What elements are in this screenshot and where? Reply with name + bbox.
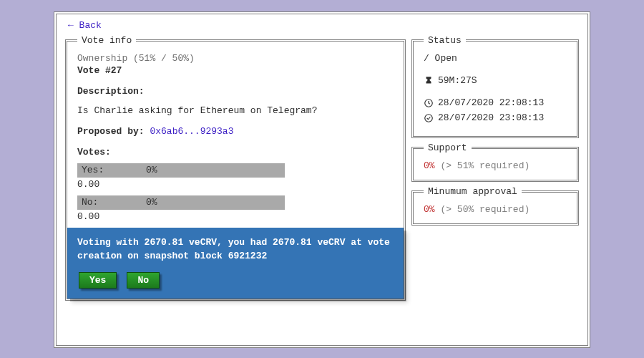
support-req: (> 51% required) [440, 160, 530, 171]
proposed-by-address[interactable]: 0x6ab6...9293a3 [150, 126, 233, 137]
status-start-row: 28/07/2020 22:08:13 [424, 97, 567, 108]
support-legend: Support [424, 142, 472, 153]
vote-yes-button[interactable]: Yes [79, 272, 117, 289]
hourglass-icon [424, 76, 434, 86]
min-approval-panel: Minumum approval 0% (> 50% required) [411, 186, 579, 226]
ownership-text: Ownership (51% / 50%) [77, 53, 394, 64]
min-approval-pct: 0% [424, 204, 435, 215]
svg-point-1 [425, 114, 433, 122]
clock-icon [424, 98, 434, 108]
status-legend: Status [424, 35, 466, 46]
status-state-row: Open [424, 53, 567, 64]
min-approval-req: (> 50% required) [440, 204, 530, 215]
support-panel: Support 0% (> 51% required) [411, 142, 579, 182]
status-panel: Status Open 59M:27S 28/07/2020 22:08: [411, 35, 579, 138]
voting-power-message: Voting with 2670.81 veCRV, you had 2670.… [77, 236, 394, 263]
status-state: Open [424, 53, 457, 64]
vote-info-legend: Vote info [77, 35, 136, 46]
status-end-time: 28/07/2020 23:08:13 [438, 112, 544, 123]
vote-bar-no: No: 0% [77, 195, 285, 210]
back-link[interactable]: ← Back [68, 20, 579, 31]
vote-bar-pct: 0% [146, 195, 157, 210]
status-end-row: 28/07/2020 23:08:13 [424, 112, 567, 123]
voting-power-box: Voting with 2670.81 veCRV, you had 2670.… [67, 228, 404, 299]
status-remaining: 59M:27S [438, 75, 477, 86]
status-start-time: 28/07/2020 22:08:13 [438, 97, 544, 108]
check-circle-icon [424, 113, 434, 123]
votes-header: Votes: [77, 147, 394, 158]
min-approval-legend: Minumum approval [424, 186, 522, 197]
vote-bar-label: No: [82, 195, 146, 210]
proposed-by-label: Proposed by: [77, 126, 145, 137]
vote-no-button[interactable]: No [127, 272, 160, 289]
vote-info-panel: Vote info Ownership (51% / 50%) Vote #27… [65, 35, 406, 301]
vote-id: Vote #27 [77, 65, 394, 76]
vote-bar-label: Yes: [82, 163, 146, 178]
vote-amount-no: 0.00 [77, 211, 394, 222]
vote-amount-yes: 0.00 [77, 179, 394, 190]
status-remaining-row: 59M:27S [424, 75, 567, 86]
proposed-by: Proposed by: 0x6ab6...9293a3 [77, 126, 394, 137]
vote-bar-pct: 0% [146, 163, 157, 178]
description-text: Is Charlie asking for Ethereum on Telegr… [77, 105, 394, 116]
app-frame: ← Back Vote info Ownership (51% / 50%) V… [54, 11, 590, 348]
description-header: Description: [77, 86, 394, 97]
vote-bar-yes: Yes: 0% [77, 163, 285, 178]
support-pct: 0% [424, 160, 435, 171]
